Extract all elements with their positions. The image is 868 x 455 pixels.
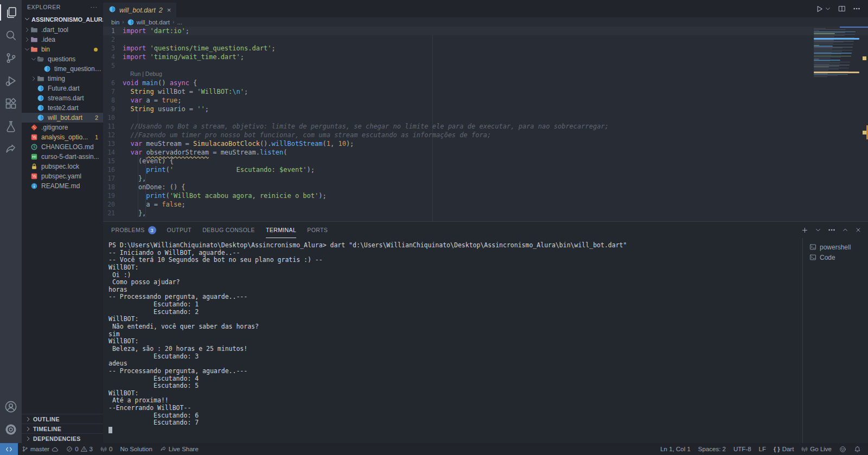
breadcrumb-item[interactable]: bin [111, 19, 119, 25]
status-feedback[interactable] [835, 443, 850, 455]
panel-chevron-down-button[interactable] [815, 227, 821, 233]
tree-item-analysis-optio-[interactable]: analysis_optio...1 [22, 132, 103, 142]
panel-tab-problems[interactable]: PROBLEMS3 [111, 222, 156, 238]
section-outline[interactable]: OUTLINE [22, 414, 103, 424]
tree-item-timing[interactable]: timing [22, 74, 103, 84]
status-problems[interactable]: 03 [62, 443, 97, 455]
explorer-more-icon[interactable]: ··· [91, 4, 98, 10]
terminal-output[interactable]: PS D:\Users\WillianChiquinato\Desktop\As… [103, 238, 802, 443]
activity-source-control[interactable] [0, 47, 22, 69]
panel-chevron-up-button[interactable] [842, 227, 848, 233]
line-number: 4 [103, 53, 123, 61]
status-remote-indicator[interactable] [0, 443, 18, 455]
modified-dot [94, 48, 98, 52]
codelens-run-debug[interactable]: Run | Debug [103, 70, 868, 79]
panel-tab-ports[interactable]: PORTS [307, 222, 328, 238]
tree-item-curso-5-dart-assin-[interactable]: curso-5-dart-assin... [22, 152, 103, 162]
run-button[interactable] [815, 5, 831, 13]
chevron-down-icon [24, 16, 30, 22]
terminal-line: WillBOT: [108, 390, 802, 398]
tree-item-pubspec-yaml[interactable]: pubspec.yaml [22, 171, 103, 181]
status-go-live[interactable]: Go Live [797, 443, 835, 455]
tree-item-time-questions-[interactable]: time_questions.... [22, 64, 103, 74]
editor-group: will_bot.dart 2 × bin›will_bot.dart›... … [103, 0, 868, 443]
editor-more-button[interactable] [853, 5, 860, 12]
breadcrumb-item[interactable]: will_bot.dart [127, 18, 170, 26]
panel-tab-terminal[interactable]: TERMINAL [266, 222, 296, 238]
tree-item-questions[interactable]: questions [22, 54, 103, 64]
activity-account[interactable] [0, 395, 22, 418]
tab-will-bot-dart[interactable]: will_bot.dart 2 × [103, 3, 176, 17]
code-lines: 1import 'dart:io';23import 'questions/ti… [103, 27, 868, 217]
terminal-instance-powershell[interactable]: powershell [803, 242, 868, 252]
line-number: 18 [103, 183, 123, 191]
activity-testing[interactable] [0, 115, 22, 138]
breadcrumb-item[interactable]: ... [177, 19, 182, 25]
activity-search[interactable] [0, 24, 22, 47]
file-label: Future.dart [48, 85, 80, 92]
status-solution[interactable]: No Solution [116, 443, 156, 455]
status-language-mode[interactable]: { }Dart [770, 443, 797, 455]
scrollbar-top-marker [840, 27, 868, 28]
editor-scrollbar[interactable] [860, 27, 868, 221]
terminal-line: -- Você terá 10 Segundos de bot no seu p… [108, 257, 802, 264]
section-dependencies[interactable]: DEPENDENCIES [22, 433, 103, 443]
activity-settings[interactable] [0, 418, 22, 441]
file-label: timing [48, 75, 65, 82]
section-timeline[interactable]: TIMELINE [22, 424, 103, 433]
minimap[interactable] [814, 28, 859, 78]
tree-item-readme-md[interactable]: README.md [22, 181, 103, 191]
tree-item-will-bot-dart[interactable]: will_bot.dart2 [22, 113, 103, 123]
tab-close-icon[interactable]: × [167, 6, 171, 14]
settings-icon [4, 423, 17, 436]
file-label: pubspec.yaml [41, 172, 81, 180]
tree-item-streams-dart[interactable]: streams.dart [22, 93, 103, 103]
testing-icon [5, 120, 17, 132]
activity-extensions[interactable] [0, 92, 22, 115]
file-label: README.md [41, 182, 80, 190]
activity-explorer[interactable] [0, 1, 22, 24]
status-ports[interactable]: 0 [97, 443, 116, 455]
panel-tab-output[interactable]: OUTPUT [167, 222, 192, 238]
tree-item-bin[interactable]: bin [22, 44, 103, 54]
terminal-line: Escutando: 2 [108, 309, 802, 316]
activity-live-share[interactable] [0, 138, 22, 161]
tree-item-pubspec-lock[interactable]: pubspec.lock [22, 162, 103, 171]
terminal-line: -- Iniciando o WillBOT, aguarde..-- [108, 249, 802, 257]
tree-item-future-dart[interactable]: Future.dart [22, 84, 103, 93]
activity-run-debug[interactable] [0, 69, 22, 92]
code-line-17: 17 }, [103, 174, 868, 183]
panel-close-button[interactable] [855, 227, 861, 233]
sidebar-header: EXPLORER ··· [22, 0, 103, 14]
terminal-instance-code[interactable]: Code [803, 252, 868, 262]
panel-plus-button[interactable] [801, 227, 808, 234]
project-root-row[interactable]: ASSINCRONISMO_ALURA [22, 14, 103, 25]
chevron-down-icon [825, 5, 831, 12]
tree-item--idea[interactable]: .idea [22, 35, 103, 44]
status-git-branch[interactable]: master [18, 443, 62, 455]
panel-more-button[interactable] [828, 226, 835, 234]
status-eol[interactable]: LF [755, 443, 770, 455]
status-live-share[interactable]: Live Share [156, 443, 202, 455]
status-cursor-position[interactable]: Ln 1, Col 1 [656, 443, 694, 455]
dart-icon [127, 18, 135, 26]
tree-item--dart-tool[interactable]: .dart_tool [22, 25, 103, 35]
main-area: EXPLORER ··· ASSINCRONISMO_ALURA .dart_t… [0, 0, 868, 443]
warning-icon [81, 446, 87, 452]
status-indentation[interactable]: Spaces: 2 [694, 443, 730, 455]
tree-item--gitignore[interactable]: .gitignore [22, 123, 103, 132]
status-notifications[interactable] [850, 443, 865, 455]
line-number: 1 [103, 27, 123, 35]
tree-item-teste2-dart[interactable]: teste2.dart [22, 103, 103, 113]
remote-icon [5, 446, 12, 453]
split-editor-button[interactable] [838, 5, 846, 12]
status-encoding[interactable]: UTF-8 [730, 443, 755, 455]
code-editor[interactable]: 1import 'dart:io';23import 'questions/ti… [103, 27, 868, 221]
code-line-19: 19 print('WillBot acabou agora, reinicie… [103, 191, 868, 200]
panel-tab-debug-console[interactable]: DEBUG CONSOLE [202, 222, 255, 238]
tree-item-changelog-md[interactable]: CHANGELOG.md [22, 142, 103, 152]
error-icon [66, 446, 73, 452]
terminal-line: Escutando: 7 [108, 419, 802, 427]
editor-actions [815, 5, 868, 13]
mdgreen-icon [30, 153, 38, 161]
